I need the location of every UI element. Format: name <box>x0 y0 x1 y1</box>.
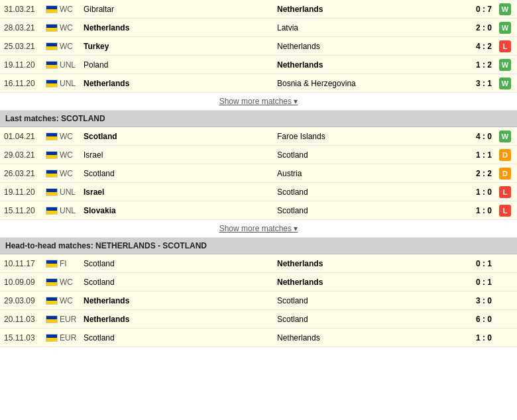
match-score: 0 : 7 <box>471 5 497 14</box>
team1-name[interactable]: Slovakia <box>84 206 277 215</box>
team2-name[interactable]: Netherlands <box>277 42 471 51</box>
flag-container <box>44 278 60 286</box>
team2-name[interactable]: Netherlands <box>277 60 471 70</box>
flag-icon <box>46 260 58 268</box>
team2-name[interactable]: Netherlands <box>277 333 471 342</box>
result-container: W <box>497 3 513 15</box>
team1-name[interactable]: Turkey <box>84 42 277 51</box>
match-score: 3 : 1 <box>471 79 497 88</box>
match-competition: WC <box>60 42 84 51</box>
match-row: 10.11.17FIScotlandNetherlands0 : 1 <box>0 254 517 273</box>
match-competition: UNL <box>60 187 84 197</box>
flag-container <box>44 260 60 268</box>
match-score: 4 : 2 <box>471 42 497 51</box>
flag-icon <box>46 278 58 286</box>
team1-name[interactable]: Netherlands <box>84 23 277 32</box>
result-badge: D <box>499 168 511 180</box>
team2-name[interactable]: Scotland <box>277 315 471 324</box>
team1-name[interactable]: Israel <box>84 187 277 197</box>
match-competition: EUR <box>60 315 84 324</box>
flag-container <box>44 24 60 32</box>
flag-icon <box>46 315 58 323</box>
result-badge: W <box>499 3 511 15</box>
flag-icon <box>46 24 58 32</box>
flag-icon <box>46 151 58 159</box>
flag-container <box>44 188 60 196</box>
team1-name[interactable]: Netherlands <box>84 315 277 324</box>
section-header: Last matches: SCOTLAND <box>0 111 517 127</box>
result-badge: L <box>499 205 511 217</box>
team1-name[interactable]: Scotland <box>84 333 277 342</box>
match-row: 10.09.09WCScotlandNetherlands0 : 1 <box>0 273 517 291</box>
result-badge: W <box>499 131 511 142</box>
flag-container <box>44 5 60 13</box>
team2-name[interactable]: Netherlands <box>277 278 471 287</box>
team2-name[interactable]: Netherlands <box>277 5 471 14</box>
match-competition: EUR <box>60 333 84 342</box>
match-competition: WC <box>60 296 84 305</box>
flag-icon <box>46 170 58 178</box>
result-container: L <box>497 186 513 198</box>
match-row: 31.03.21WCGibraltarNetherlands0 : 7W <box>0 0 517 19</box>
match-date: 25.03.21 <box>4 42 44 51</box>
match-row: 19.11.20UNLPolandNetherlands1 : 2W <box>0 56 517 74</box>
flag-container <box>44 315 60 323</box>
show-more-button[interactable]: Show more matches ▾ <box>0 220 517 238</box>
result-container: W <box>497 78 513 89</box>
match-score: 1 : 0 <box>471 206 497 215</box>
result-container: W <box>497 59 513 71</box>
show-more-button[interactable]: Show more matches ▾ <box>0 93 517 111</box>
flag-container <box>44 170 60 178</box>
team2-name[interactable]: Faroe Islands <box>277 132 471 141</box>
team1-name[interactable]: Netherlands <box>84 79 277 88</box>
match-date: 10.11.17 <box>4 259 44 268</box>
match-competition: UNL <box>60 79 84 88</box>
flag-container <box>44 61 60 69</box>
team2-name[interactable]: Latvia <box>277 23 471 32</box>
team2-name[interactable]: Bosnia & Herzegovina <box>277 79 471 88</box>
team1-name[interactable]: Poland <box>84 60 277 70</box>
match-competition: WC <box>60 150 84 160</box>
team1-name[interactable]: Scotland <box>84 278 277 287</box>
match-competition: WC <box>60 169 84 178</box>
match-row: 16.11.20UNLNetherlandsBosnia & Herzegovi… <box>0 74 517 93</box>
match-score: 0 : 1 <box>471 259 497 268</box>
team2-name[interactable]: Austria <box>277 169 471 178</box>
match-score: 1 : 0 <box>471 187 497 197</box>
team2-name[interactable]: Scotland <box>277 206 471 215</box>
match-date: 26.03.21 <box>4 169 44 178</box>
team2-name[interactable]: Scotland <box>277 296 471 305</box>
flag-container <box>44 151 60 159</box>
team1-name[interactable]: Israel <box>84 150 277 160</box>
match-date: 19.11.20 <box>4 187 44 197</box>
flag-icon <box>46 42 58 50</box>
team2-name[interactable]: Netherlands <box>277 259 471 268</box>
match-date: 29.03.09 <box>4 296 44 305</box>
team1-name[interactable]: Netherlands <box>84 296 277 305</box>
flag-icon <box>46 5 58 13</box>
result-badge: L <box>499 40 511 52</box>
flag-container <box>44 334 60 342</box>
team1-name[interactable]: Scotland <box>84 169 277 178</box>
match-competition: FI <box>60 259 84 268</box>
match-competition: WC <box>60 132 84 141</box>
team1-name[interactable]: Scotland <box>84 132 277 141</box>
flag-icon <box>46 132 58 140</box>
match-date: 16.11.20 <box>4 79 44 88</box>
match-date: 15.11.20 <box>4 206 44 215</box>
match-score: 2 : 2 <box>471 169 497 178</box>
result-badge: W <box>499 22 511 34</box>
match-score: 6 : 0 <box>471 315 497 324</box>
flag-container <box>44 207 60 215</box>
team1-name[interactable]: Scotland <box>84 259 277 268</box>
match-score: 0 : 1 <box>471 278 497 287</box>
match-competition: UNL <box>60 206 84 215</box>
result-badge: W <box>499 59 511 71</box>
team2-name[interactable]: Scotland <box>277 187 471 197</box>
flag-icon <box>46 188 58 196</box>
match-date: 28.03.21 <box>4 23 44 32</box>
match-date: 01.04.21 <box>4 132 44 141</box>
team2-name[interactable]: Scotland <box>277 150 471 160</box>
flag-container <box>44 132 60 140</box>
team1-name[interactable]: Gibraltar <box>84 5 277 14</box>
